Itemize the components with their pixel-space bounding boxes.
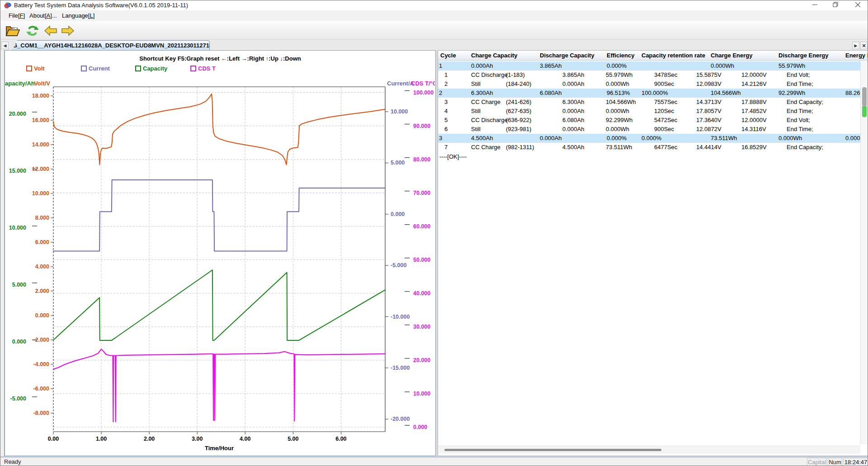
x-tick-label: 2.00	[144, 436, 155, 442]
table-cell: CC Charge	[471, 99, 500, 105]
column-header-discharge-energy[interactable]: Discharge Energy	[778, 52, 829, 59]
tick-label: -4.000	[33, 361, 49, 367]
tick-label: 14.000	[32, 141, 49, 148]
refresh-icon	[26, 24, 39, 37]
table-cell: 0.000%	[607, 62, 627, 69]
battery-chart[interactable]: apacity/AhVolt/VCurrent/ACDS T/°C18.0001…	[5, 51, 435, 455]
column-header-cycle[interactable]: Cycle	[440, 52, 456, 59]
tick-label: 4.000	[35, 264, 49, 270]
step-row[interactable]: 2Still(184-240)0.000Ah0.000Wh900Sec12.09…	[438, 80, 860, 89]
table-cell: End Volt;	[787, 117, 810, 123]
table-cell: 92.299Wh	[606, 117, 632, 123]
tick-label: -8.000	[33, 410, 49, 416]
table-cell: 6.300Ah	[562, 99, 584, 105]
table-cell: 12.0872V	[696, 126, 722, 132]
column-header-discharge-capacity[interactable]: Discharge Capacity	[540, 52, 594, 59]
table-cell: 17.8057V	[696, 108, 722, 114]
cycle-summary-row[interactable]: 34.500Ah0.000Ah0.000%0.000%73.511Wh0.000…	[438, 134, 860, 143]
table-cell: CC Discharge	[471, 71, 508, 78]
horizontal-scrollbar[interactable]	[439, 446, 860, 454]
table-cell: (636-922)	[506, 117, 531, 123]
tick-label: 50.000	[413, 257, 430, 263]
refresh-button[interactable]	[24, 23, 41, 39]
table-cell: 12.0983V	[696, 80, 722, 87]
open-file-button[interactable]	[4, 23, 21, 39]
column-header-charge-capacity[interactable]: Charge Capacity	[471, 52, 518, 59]
table-cell: 120Sec	[654, 108, 674, 114]
tab-scroll-right-icon[interactable]: ▶	[852, 42, 859, 49]
tick-label: -15.000	[391, 365, 410, 371]
tab-scroll-left-icon[interactable]: ◀	[1, 42, 9, 49]
back-button[interactable]	[42, 23, 59, 39]
restore-icon	[833, 2, 838, 7]
table-cell: Still	[471, 108, 481, 114]
step-row[interactable]: 4Still(627-635)0.000Ah0.000Wh120Sec17.80…	[438, 107, 860, 116]
table-cell: 14.2126V	[741, 80, 767, 87]
menu-language[interactable]: Language[L]	[59, 10, 97, 21]
table-cell: 0.000Ah	[562, 80, 584, 87]
status-text: Ready	[4, 458, 21, 465]
tick-label: 10.000	[413, 391, 430, 397]
tick-label: 5.000	[12, 282, 26, 288]
forward-button[interactable]	[59, 23, 76, 39]
column-header-capacity-retention-rate[interactable]: Capacity retention rate	[642, 52, 705, 59]
minimize-button[interactable]	[804, 0, 825, 10]
table-cell: 6.080Ah	[540, 89, 561, 96]
cycle-summary-row[interactable]: 10.000Ah3.865Ah0.000%0.000Wh55.979Wh	[438, 61, 860, 71]
table-cell: CC Discharge	[471, 117, 508, 123]
vertical-scrollbar[interactable]	[860, 61, 868, 444]
minimize-icon	[812, 2, 817, 7]
column-header-efficiency[interactable]: Efficiency	[607, 52, 634, 59]
table-cell: 17.3640V	[696, 117, 722, 123]
table-cell: 12.0000V	[741, 71, 767, 78]
tick-label: 70.000	[413, 190, 430, 196]
menu-file[interactable]: File[F]	[6, 10, 28, 21]
table-cell: End Capacity;	[787, 144, 823, 151]
table-cell: CC Charge	[471, 144, 500, 151]
column-header-charge-energy[interactable]: Charge Energy	[711, 52, 752, 59]
table-cell: 3.865Ah	[562, 71, 584, 78]
vertical-scrollbar-thumb[interactable]	[862, 87, 867, 106]
table-header: CycleCharge CapacityDischarge CapacityEf…	[438, 51, 868, 61]
capacity-curve	[53, 270, 385, 340]
toolbar	[0, 21, 868, 40]
table-cell: 100.000%	[642, 89, 668, 96]
horizontal-scrollbar-thumb[interactable]	[444, 449, 661, 451]
step-row[interactable]: 5CC Discharge(636-922)6.080Ah92.299Wh547…	[438, 116, 860, 125]
tick-label: 10.000	[391, 108, 408, 115]
close-button[interactable]	[847, 0, 868, 10]
table-cell: 0.000Wh	[606, 80, 629, 87]
table-cell: 0.000Ah	[562, 126, 584, 132]
table-cell: 0.000Ah	[471, 62, 493, 69]
table-cell: 2	[444, 80, 448, 87]
step-row[interactable]: 7CC Charge(982-1311)4.500Ah73.511Wh6477S…	[438, 143, 860, 152]
cycle-summary-row[interactable]: 26.300Ah6.080Ah96.513%100.000%104.566Wh9…	[438, 89, 860, 98]
step-row[interactable]: 1CC Discharge(1-183)3.865Ah55.979Wh3478S…	[438, 71, 860, 80]
current-axis-title: Current/A	[387, 80, 415, 87]
x-axis-title: Time/Hour	[205, 445, 234, 452]
table-cell: 0.000Ah	[540, 135, 561, 141]
table-cell: 4.500Ah	[562, 144, 584, 151]
tick-label: 15.000	[9, 168, 26, 174]
restore-button[interactable]	[825, 0, 846, 10]
column-header-energy-e[interactable]: Energy E	[845, 52, 868, 59]
table-cell: End Time;	[787, 80, 813, 87]
window-title: Battery Test System Data Analysis Softwa…	[14, 0, 188, 10]
table-cell: 7557Sec	[654, 99, 677, 105]
table-cell: 14.4414V	[696, 144, 722, 151]
caps-lock-indicator: Capital	[807, 458, 827, 466]
step-row[interactable]: 3CC Charge(241-626)6.300Ah104.566Wh7557S…	[438, 98, 860, 107]
menu-bar: File[F] About[A]... Language[L]	[0, 10, 868, 21]
step-row[interactable]: 6Still(923-981)0.000Ah0.000Wh900Sec12.08…	[438, 125, 860, 134]
table-cell: 0.000Wh	[606, 108, 629, 114]
menu-about[interactable]: About[A]...	[27, 10, 60, 21]
table-cell: 12.0000V	[741, 117, 767, 123]
tick-label: -5.000	[10, 395, 26, 402]
document-tab[interactable]: G_COM1__AYGH14HL1216028A_DESKTOP-EUD8MVN…	[12, 40, 210, 50]
table-cell: 900Sec	[654, 80, 674, 87]
tab-close-icon[interactable]: ✕	[860, 42, 868, 49]
x-tick-label: 1.00	[96, 436, 107, 442]
table-cell: 104.566Wh	[711, 89, 741, 96]
table-cell: End Capacity;	[787, 99, 823, 105]
tick-label: 5.000	[391, 160, 405, 166]
